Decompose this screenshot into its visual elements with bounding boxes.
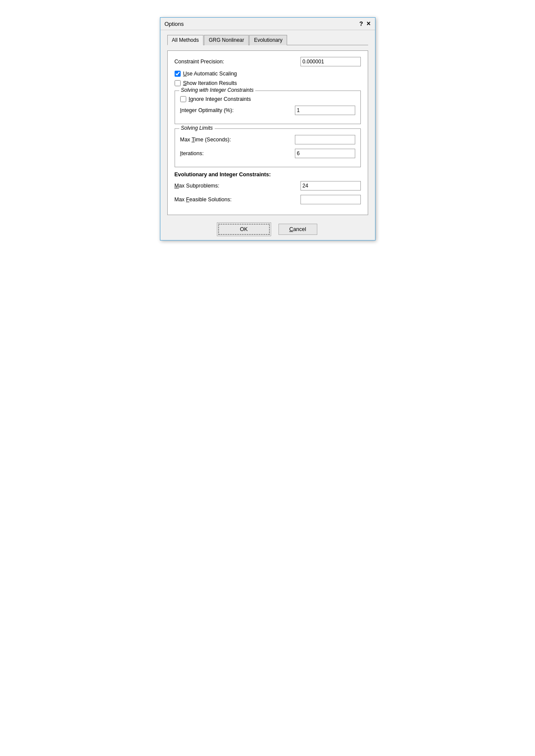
dialog-content: All Methods GRG Nonlinear Evolutionary C… bbox=[160, 30, 375, 219]
integer-constraints-group-title: Solving with Integer Constraints bbox=[179, 87, 256, 93]
dialog-footer: OK Cancel bbox=[160, 219, 375, 240]
show-iteration-results-label: Show Iteration Results bbox=[183, 80, 237, 86]
tab-evolutionary[interactable]: Evolutionary bbox=[249, 35, 287, 45]
max-time-row: Max Time (Seconds): bbox=[180, 135, 355, 144]
max-time-input[interactable] bbox=[295, 135, 355, 144]
iterations-label: Iterations: bbox=[180, 150, 295, 156]
constraint-precision-input[interactable] bbox=[300, 57, 361, 66]
use-automatic-scaling-checkbox[interactable] bbox=[175, 71, 181, 77]
ignore-integer-constraints-checkbox[interactable] bbox=[180, 96, 186, 102]
dialog-title: Options bbox=[165, 21, 184, 27]
integer-optimality-row: Integer Optimality (%): bbox=[180, 106, 355, 115]
title-bar-controls: ? × bbox=[360, 20, 371, 27]
options-dialog: Options ? × All Methods GRG Nonlinear Ev… bbox=[160, 17, 375, 241]
tab-all-methods[interactable]: All Methods bbox=[167, 35, 204, 45]
max-subproblems-input[interactable] bbox=[300, 181, 361, 191]
solving-limits-content: Max Time (Seconds): Iterations: bbox=[180, 135, 355, 158]
ignore-integer-constraints-label: Ignore Integer Constraints bbox=[189, 96, 251, 102]
iterations-row: Iterations: bbox=[180, 149, 355, 158]
use-automatic-scaling-row: Use Automatic Scaling bbox=[175, 71, 361, 77]
cancel-button[interactable]: Cancel bbox=[278, 224, 317, 235]
evolutionary-section: Evolutionary and Integer Constraints: Ma… bbox=[175, 172, 361, 204]
use-automatic-scaling-label: Use Automatic Scaling bbox=[183, 71, 237, 77]
help-button[interactable]: ? bbox=[360, 20, 363, 27]
integer-constraints-content: Ignore Integer Constraints Integer Optim… bbox=[180, 96, 355, 115]
iterations-input[interactable] bbox=[295, 149, 355, 158]
title-bar: Options ? × bbox=[160, 18, 375, 30]
solving-limits-title: Solving Limits bbox=[179, 125, 215, 131]
integer-optimality-input[interactable] bbox=[295, 106, 355, 115]
max-time-label: Max Time (Seconds): bbox=[180, 137, 295, 143]
max-feasible-solutions-label: Max Feasible Solutions: bbox=[175, 197, 300, 203]
tabs-bar: All Methods GRG Nonlinear Evolutionary bbox=[167, 34, 368, 45]
constraint-precision-label: Constraint Precision: bbox=[175, 59, 300, 65]
integer-constraints-group: Solving with Integer Constraints Ignore … bbox=[175, 91, 361, 124]
max-subproblems-label: Max Subproblems: bbox=[175, 183, 300, 189]
evolutionary-section-label: Evolutionary and Integer Constraints: bbox=[175, 172, 361, 178]
tab-grg-nonlinear[interactable]: GRG Nonlinear bbox=[204, 35, 249, 45]
show-iteration-results-row: Show Iteration Results bbox=[175, 80, 361, 86]
ok-button[interactable]: OK bbox=[218, 224, 270, 235]
constraint-precision-row: Constraint Precision: bbox=[175, 57, 361, 66]
ignore-integer-constraints-row: Ignore Integer Constraints bbox=[180, 96, 355, 102]
close-button[interactable]: × bbox=[366, 20, 370, 27]
max-feasible-solutions-row: Max Feasible Solutions: bbox=[175, 195, 361, 204]
solving-limits-group: Solving Limits Max Time (Seconds): Itera… bbox=[175, 128, 361, 167]
integer-optimality-label: Integer Optimality (%): bbox=[180, 107, 295, 113]
max-feasible-solutions-input[interactable] bbox=[300, 195, 361, 204]
show-iteration-results-checkbox[interactable] bbox=[175, 80, 181, 86]
main-content-area: Constraint Precision: Use Automatic Scal… bbox=[167, 50, 368, 215]
max-subproblems-row: Max Subproblems: bbox=[175, 181, 361, 191]
